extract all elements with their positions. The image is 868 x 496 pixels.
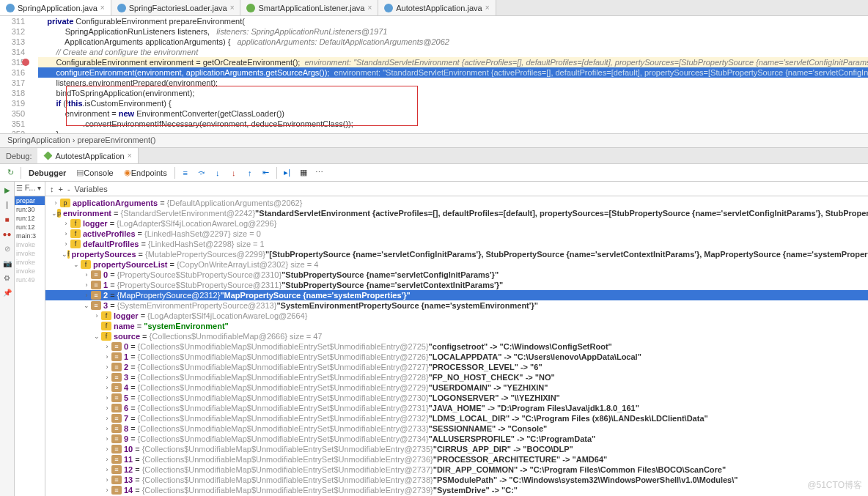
show-execution-point-button[interactable]: ≡: [178, 166, 193, 180]
frame-item[interactable]: invoke: [15, 240, 45, 249]
variable-row[interactable]: fname = "systemEnvironment": [45, 321, 868, 331]
twisty-icon[interactable]: ⌄: [51, 210, 57, 217]
twisty-icon[interactable]: ›: [82, 292, 91, 299]
frame-item[interactable]: prepar: [15, 196, 45, 205]
run-to-cursor-button[interactable]: ▸|: [280, 166, 295, 180]
settings-button[interactable]: ⚙: [2, 273, 12, 283]
variable-row[interactable]: ›≡0 = {PropertySource$StubPropertySource…: [45, 270, 868, 280]
stop-button[interactable]: ■: [2, 214, 12, 224]
trace-button[interactable]: ⋯: [312, 166, 327, 180]
tab-smart-application-listener[interactable]: SmartApplicationListener.java×: [240, 0, 378, 15]
frame-item[interactable]: run:30: [15, 205, 45, 214]
twisty-icon[interactable]: ›: [82, 281, 91, 289]
twisty-icon[interactable]: ›: [62, 230, 70, 237]
view-breakpoints-button[interactable]: ●●: [2, 229, 12, 239]
twisty-icon[interactable]: ›: [103, 363, 111, 371]
step-out-button[interactable]: ↑: [243, 166, 257, 180]
variable-row[interactable]: ›≡6 = {Collections$UnmodifiableMap$Unmod…: [45, 403, 868, 413]
twisty-icon[interactable]: ›: [103, 476, 111, 484]
variable-row[interactable]: ⌄fpropertySourceList = {CopyOnWriteArray…: [45, 259, 868, 270]
twisty-icon[interactable]: ⌄: [62, 251, 67, 258]
variable-row[interactable]: ›≡9 = {Collections$UnmodifiableMap$Unmod…: [45, 434, 868, 444]
tab-autotest-application[interactable]: AutotestApplication.java×: [378, 0, 496, 15]
variable-row[interactable]: ›fdefaultProfiles = {LinkedHashSet@2298}…: [45, 239, 868, 249]
twisty-icon[interactable]: ›: [103, 404, 111, 412]
variable-row[interactable]: ›≡14 = {Collections$UnmodifiableMap$Unmo…: [45, 485, 868, 495]
step-over-button[interactable]: ⤼: [194, 166, 209, 180]
variable-row[interactable]: ⌄≡3 = {SystemEnvironmentPropertySource@2…: [45, 300, 868, 311]
variable-row[interactable]: ›≡2 = {MapPropertySource@2312} "MapPrope…: [45, 290, 868, 300]
frame-item[interactable]: run:49: [15, 275, 45, 284]
twisty-icon[interactable]: ⌄: [82, 302, 91, 309]
twisty-icon[interactable]: ›: [51, 199, 60, 207]
twisty-icon[interactable]: ›: [62, 220, 70, 227]
variable-row[interactable]: ›≡1 = {Collections$UnmodifiableMap$Unmod…: [45, 352, 868, 362]
breakpoint-icon[interactable]: [22, 59, 29, 66]
twisty-icon[interactable]: ›: [103, 435, 111, 443]
frame-item[interactable]: invoke: [15, 267, 45, 275]
pin-button[interactable]: 📌: [2, 287, 12, 297]
twisty-icon[interactable]: ›: [103, 466, 111, 473]
variable-row[interactable]: ›factiveProfiles = {LinkedHashSet@2297} …: [45, 229, 868, 239]
twisty-icon[interactable]: ›: [103, 425, 111, 432]
frame-item[interactable]: run:12: [15, 214, 45, 223]
variable-row[interactable]: ⌄fpropertySources = {MutablePropertySour…: [45, 249, 868, 259]
breadcrumb-class[interactable]: SpringApplication: [7, 136, 70, 144]
tab-spring-application[interactable]: SpringApplication.java×: [0, 0, 111, 15]
rerun-button[interactable]: ↻: [3, 166, 18, 180]
evaluate-expression-button[interactable]: ▦: [296, 166, 311, 180]
variable-row[interactable]: ›≡2 = {Collections$UnmodifiableMap$Unmod…: [45, 362, 868, 372]
collapse-icon[interactable]: +: [59, 185, 63, 193]
resume-button[interactable]: ▶: [2, 185, 12, 195]
close-icon[interactable]: ×: [485, 4, 490, 12]
twisty-icon[interactable]: ›: [103, 343, 111, 350]
twisty-icon[interactable]: ›: [103, 445, 111, 453]
twisty-icon[interactable]: ›: [103, 353, 111, 360]
variable-row[interactable]: ›≡11 = {Collections$UnmodifiableMap$Unmo…: [45, 454, 868, 464]
frames-panel[interactable]: ☰ F... ▾ prepar run:30 run:12 run:12 mai…: [15, 182, 45, 496]
variable-row[interactable]: ⌄fsource = {Collections$UnmodifiableMap@…: [45, 331, 868, 341]
variable-row[interactable]: ›≡7 = {Collections$UnmodifiableMap$Unmod…: [45, 413, 868, 423]
expand-icon[interactable]: ↕: [50, 185, 54, 193]
variable-row[interactable]: ›≡3 = {Collections$UnmodifiableMap$Unmod…: [45, 372, 868, 382]
breadcrumb-method[interactable]: prepareEnvironment(): [77, 136, 155, 144]
frame-item[interactable]: main:3: [15, 232, 45, 240]
close-icon[interactable]: ×: [230, 4, 235, 12]
debugger-tab[interactable]: Debugger: [24, 166, 70, 180]
variable-row[interactable]: ›papplicationArguments = {DefaultApplica…: [45, 198, 868, 208]
twisty-icon[interactable]: ⌄: [72, 261, 81, 268]
variable-row[interactable]: ›≡4 = {Collections$UnmodifiableMap$Unmod…: [45, 382, 868, 393]
console-tab[interactable]: ▤ Console: [72, 166, 117, 180]
step-into-button[interactable]: ↓: [210, 166, 225, 180]
variable-row[interactable]: ›≡12 = {Collections$UnmodifiableMap$Unmo…: [45, 464, 868, 475]
endpoints-tab[interactable]: ◉ Endpoints: [119, 166, 172, 180]
variable-row[interactable]: ›≡1 = {PropertySource$StubPropertySource…: [45, 280, 868, 290]
close-icon[interactable]: ×: [100, 4, 105, 12]
drop-frame-button[interactable]: ⇤: [259, 166, 273, 180]
frame-item[interactable]: invoke: [15, 249, 45, 258]
close-icon[interactable]: ×: [128, 152, 132, 160]
twisty-icon[interactable]: ›: [103, 394, 111, 401]
twisty-icon[interactable]: ⌄: [92, 333, 101, 340]
variable-row[interactable]: ›≡10 = {Collections$UnmodifiableMap$Unmo…: [45, 444, 868, 454]
tab-spring-factories-loader[interactable]: SpringFactoriesLoader.java×: [111, 0, 241, 15]
twisty-icon[interactable]: ›: [103, 415, 111, 422]
variable-row[interactable]: ⌄penvironment = {StandardServletEnvironm…: [45, 208, 868, 218]
twisty-icon[interactable]: ›: [82, 271, 91, 278]
close-icon[interactable]: ×: [367, 4, 372, 12]
variable-row[interactable]: ›≡5 = {Collections$UnmodifiableMap$Unmod…: [45, 393, 868, 403]
twisty-icon[interactable]: ›: [92, 312, 101, 319]
debug-config-tab[interactable]: AutotestApplication×: [37, 148, 138, 163]
breadcrumb[interactable]: SpringApplication › prepareEnvironment(): [0, 133, 868, 148]
twisty-icon[interactable]: ›: [103, 374, 111, 381]
variable-row[interactable]: ›≡8 = {Collections$UnmodifiableMap$Unmod…: [45, 423, 868, 434]
twisty-icon[interactable]: ›: [103, 486, 111, 494]
variable-row[interactable]: ›flogger = {LogAdapter$Slf4jLocationAwar…: [45, 311, 868, 321]
twisty-icon[interactable]: ›: [62, 240, 70, 248]
variables-tree[interactable]: ›papplicationArguments = {DefaultApplica…: [45, 196, 868, 496]
force-step-into-button[interactable]: ↓: [227, 166, 241, 180]
variable-row[interactable]: ›≡0 = {Collections$UnmodifiableMap$Unmod…: [45, 341, 868, 352]
gutter[interactable]: 311312313314 315316317318 319350351352: [0, 16, 31, 133]
variable-row[interactable]: ›flogger = {LogAdapter$Slf4jLocationAwar…: [45, 218, 868, 229]
pause-button[interactable]: ‖: [2, 199, 12, 210]
